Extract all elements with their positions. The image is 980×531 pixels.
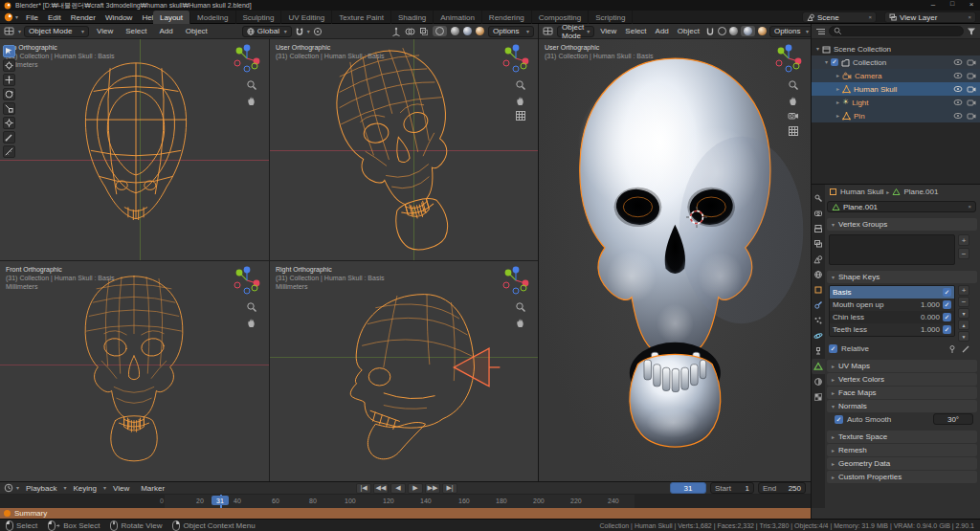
hide-eye-icon[interactable] [953, 85, 963, 93]
camera-view-icon[interactable] [788, 110, 799, 122]
render-visibility-icon[interactable] [967, 72, 976, 79]
editor-type-button[interactable] [543, 26, 554, 36]
disclosure-icon[interactable]: ▸ [836, 113, 839, 119]
shape-key-edit-icon[interactable] [961, 344, 970, 354]
viewport-rendered[interactable]: User Orthographic (31) Collection | Huma… [539, 39, 811, 482]
tool-transform[interactable] [3, 117, 15, 129]
app-menu-button[interactable]: ▾ [4, 12, 18, 22]
vertex-groups-list[interactable] [829, 234, 955, 265]
auto-smooth-checkbox[interactable]: ✓ [835, 415, 843, 424]
breadcrumb-mesh[interactable]: Plane.001 [903, 188, 938, 196]
render-visibility-icon[interactable] [967, 99, 976, 106]
menu-window[interactable]: Window [100, 11, 137, 24]
menu-view[interactable]: View [597, 25, 619, 38]
render-visibility-icon[interactable] [967, 112, 976, 120]
shape-key-value[interactable]: 1.000 [909, 300, 940, 309]
editor-type-button[interactable] [815, 27, 826, 36]
ortho-grid-icon[interactable] [788, 125, 799, 137]
menu-add[interactable]: Add [653, 25, 672, 38]
tool-measure[interactable] [3, 145, 15, 158]
hide-eye-icon[interactable] [953, 112, 963, 120]
outliner-row-light[interactable]: ▸ ☀ Light [812, 96, 980, 109]
remove-shape-key-button[interactable]: − [958, 297, 969, 307]
props-tab-material[interactable] [812, 374, 825, 389]
tab-modeling[interactable]: Modeling [190, 11, 235, 24]
shape-key-specials-button[interactable]: ▾ [958, 308, 969, 319]
minimize-button[interactable]: – [924, 0, 942, 9]
viewport-front-ortho[interactable]: Front Orthographic (31) Collection | Hum… [0, 261, 269, 481]
props-tab-world[interactable] [812, 267, 825, 282]
close-button[interactable]: × [963, 0, 980, 9]
outliner-row-human-skull[interactable]: ▸ Human Skull [812, 82, 980, 96]
disclosure-icon[interactable]: ▾ [825, 59, 828, 65]
tab-layout[interactable]: Layout [153, 11, 190, 24]
tab-rendering[interactable]: Rendering [482, 11, 532, 24]
props-tab-view-layer[interactable] [812, 236, 825, 252]
ortho-grid-icon[interactable] [515, 110, 526, 122]
close-icon[interactable]: × [868, 14, 872, 20]
move-shape-key-up-button[interactable]: ▲ [958, 320, 969, 330]
shape-key-row-teeth-less[interactable]: Teeth less 1.000 ✓ [830, 323, 954, 336]
disclosure-icon[interactable]: ▸ [836, 100, 839, 105]
jump-to-end-button[interactable]: ▶| [442, 483, 457, 494]
snap-magnet-icon[interactable] [295, 27, 304, 36]
tab-scripting[interactable]: Scripting [589, 11, 633, 24]
shading-rendered-button[interactable] [758, 27, 767, 35]
add-shape-key-button[interactable]: + [958, 285, 969, 296]
props-tab-output[interactable] [812, 221, 825, 236]
outliner-row-pin[interactable]: ▸ Pin [812, 109, 980, 122]
playhead-label[interactable]: 31 [212, 496, 229, 505]
menu-render[interactable]: Render [66, 11, 100, 24]
shape-key-value[interactable]: 0.000 [909, 313, 940, 321]
menu-select[interactable]: Select [622, 25, 649, 38]
shape-key-mute-checkbox[interactable]: ✓ [943, 325, 951, 334]
panel-normals[interactable]: ▾ Normals [827, 400, 977, 412]
shape-key-row-chin-less[interactable]: Chin less 0.000 ✓ [830, 311, 954, 323]
navigation-gizmo[interactable] [500, 42, 532, 75]
render-visibility-icon[interactable] [967, 85, 976, 93]
props-tab-modifiers[interactable] [812, 298, 825, 313]
shape-key-mute-checkbox[interactable]: ✓ [943, 300, 951, 309]
mode-dropdown[interactable]: Object Mode ▾ [24, 26, 89, 37]
tab-animation[interactable]: Animation [434, 11, 482, 24]
tab-uv-editing[interactable]: UV Editing [281, 11, 332, 24]
play-reverse-button[interactable]: ◀ [390, 483, 406, 494]
shape-key-row-mouth-open-up[interactable]: Mouth open up 1.000 ✓ [830, 299, 954, 311]
viewport-user-ortho-wire[interactable]: User Orthographic (31) Collection | Huma… [270, 39, 538, 260]
shading-rendered-button[interactable] [476, 27, 484, 35]
editor-type-button[interactable] [4, 483, 14, 493]
tool-move[interactable] [3, 74, 15, 86]
shading-wireframe-button[interactable] [433, 26, 447, 36]
panel-vertex-colors[interactable]: ▸ Vertex Colors [827, 373, 977, 386]
shape-key-value[interactable]: 1.000 [909, 325, 940, 334]
pan-hand-icon[interactable] [515, 95, 526, 106]
tab-shading[interactable]: Shading [391, 11, 434, 24]
props-tab-physics[interactable] [812, 328, 825, 343]
props-tab-tool[interactable] [812, 190, 825, 206]
shading-material-button[interactable] [463, 27, 472, 35]
menu-keying[interactable]: Keying [69, 481, 101, 495]
props-tab-object-data[interactable] [812, 359, 825, 374]
outliner-search-input[interactable] [829, 26, 964, 36]
navigation-gizmo[interactable] [231, 42, 263, 75]
outliner-row-scene-collection[interactable]: ▾ Scene Collection [812, 42, 980, 55]
start-frame-field[interactable]: Start 1 [710, 482, 754, 494]
shading-wireframe-button[interactable] [718, 27, 726, 35]
panel-shape-keys[interactable]: ▾ Shape Keys [827, 271, 977, 283]
pan-hand-icon[interactable] [515, 317, 526, 328]
menu-add[interactable]: Add [154, 25, 177, 38]
props-tab-particles[interactable] [812, 313, 825, 328]
panel-vertex-groups[interactable]: ▾ Vertex Groups [827, 218, 977, 231]
navigation-gizmo[interactable] [772, 42, 805, 75]
shading-material-button[interactable] [741, 26, 755, 36]
filter-icon[interactable] [967, 27, 976, 36]
shape-key-pin-icon[interactable] [947, 344, 957, 354]
hide-eye-icon[interactable] [953, 58, 963, 66]
gizmo-toggle-icon[interactable] [391, 27, 401, 36]
mode-dropdown[interactable]: Object Mode ▾ [557, 26, 594, 37]
menu-select[interactable]: Select [121, 25, 151, 38]
snap-magnet-icon[interactable] [705, 27, 715, 36]
pan-hand-icon[interactable] [788, 95, 799, 106]
menu-object[interactable]: Object [181, 25, 212, 38]
props-tab-constraints[interactable] [812, 343, 825, 359]
